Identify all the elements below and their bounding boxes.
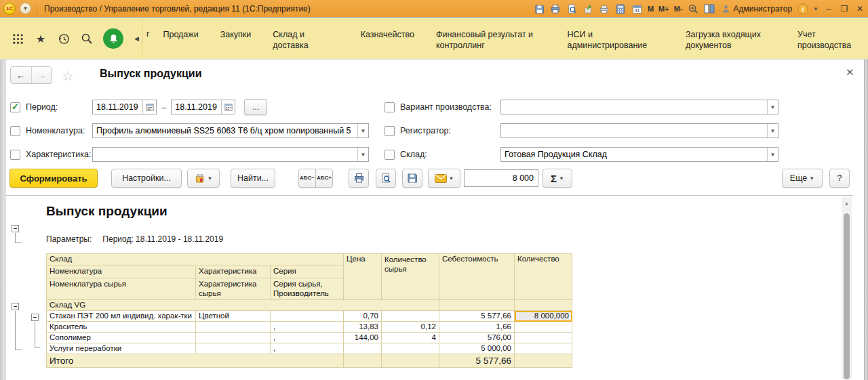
warehouse-checkbox[interactable] xyxy=(384,150,395,160)
cell-raw-qty-raw[interactable]: 0,12 xyxy=(382,322,439,333)
info-icon[interactable]: i xyxy=(797,3,808,15)
cell-product-qty-raw[interactable] xyxy=(382,311,439,322)
header-nomenclature[interactable]: Номенклатура xyxy=(47,266,196,278)
search-icon[interactable] xyxy=(80,32,94,45)
memory-minus-button[interactable]: M- xyxy=(674,5,683,13)
menu-item-nsi[interactable]: НСИ и администрирование xyxy=(567,29,664,59)
cell-product-price[interactable]: 0,70 xyxy=(344,311,382,322)
cell-raw-price[interactable] xyxy=(344,343,382,354)
calendar-icon[interactable] xyxy=(221,100,235,114)
cell-product-serie[interactable] xyxy=(271,311,344,322)
generate-button[interactable]: Сформировать xyxy=(9,169,98,188)
close-button[interactable]: ✕ xyxy=(854,4,865,14)
chevron-down-icon[interactable]: ▼ xyxy=(767,100,778,114)
cell-total-qty[interactable] xyxy=(515,354,572,368)
save-button[interactable] xyxy=(402,169,422,188)
cell-product-qty-selected[interactable]: 8 000,000 xyxy=(515,311,572,322)
cell-raw-char[interactable] xyxy=(196,322,271,333)
favorites-star-icon[interactable]: ★ xyxy=(34,32,47,45)
print-icon[interactable] xyxy=(550,3,561,15)
memory-plus-button[interactable]: M+ xyxy=(658,5,669,13)
menu-item-prodazhi[interactable]: Продажи xyxy=(163,29,198,59)
cell-raw-char[interactable] xyxy=(196,343,271,354)
print-preview-icon[interactable] xyxy=(566,3,578,15)
find-button[interactable]: Найти... xyxy=(231,169,275,188)
production-variant-combo[interactable]: ▼ xyxy=(500,100,778,114)
menu-item-kaznacheystvo[interactable]: Казначейство xyxy=(361,29,414,59)
cell-raw-cost[interactable]: 576,00 xyxy=(439,333,515,343)
cell-product-name[interactable]: Стакан ПЭТ 200 мл индивид. харак-тки xyxy=(47,311,196,322)
cell-raw-price[interactable]: 13,83 xyxy=(344,322,382,333)
export-icon[interactable] xyxy=(583,3,594,15)
production-variant-checkbox[interactable] xyxy=(384,102,395,112)
cell-raw-qty-raw[interactable] xyxy=(382,343,439,354)
back-button[interactable]: ← xyxy=(11,67,32,83)
collapse-panel-icon[interactable]: ◀ xyxy=(134,35,139,42)
info-dropdown-icon[interactable]: ▼ xyxy=(813,6,818,12)
cell-raw-price[interactable]: 144,00 xyxy=(344,333,382,343)
cell-raw-serie[interactable]: , xyxy=(271,343,344,354)
chevron-down-icon[interactable]: ▼ xyxy=(357,124,368,138)
autosum-button[interactable]: Σ ▼ xyxy=(542,169,572,188)
registrar-checkbox[interactable] xyxy=(384,126,395,136)
favorite-star-icon[interactable]: ☆ xyxy=(62,68,74,84)
cell-raw-cost[interactable]: 5 000,00 xyxy=(439,343,515,354)
cell-raw-serie[interactable]: , xyxy=(271,333,344,343)
cell-raw-qty[interactable] xyxy=(515,343,572,354)
group-expander-product[interactable] xyxy=(31,314,39,321)
memory-button[interactable]: M xyxy=(648,5,654,13)
collapse-groups-button[interactable]: АБС− xyxy=(298,169,316,188)
main-menu-icon[interactable]: ▼ xyxy=(20,3,31,14)
print-button[interactable] xyxy=(349,169,369,188)
scroll-up-icon[interactable]: ▲ xyxy=(842,198,852,208)
print-preview-button[interactable] xyxy=(376,169,396,188)
cell-raw-name[interactable]: Услуги переработки xyxy=(47,343,196,354)
group-expander-report[interactable] xyxy=(12,225,19,232)
nomenclature-combo[interactable]: Профиль алюминиевый SS25 6063 Т6 б/ц хро… xyxy=(92,123,369,138)
chevron-down-icon[interactable]: ▼ xyxy=(357,148,368,161)
forward-button[interactable]: → xyxy=(32,67,52,83)
header-nomenclature-raw[interactable]: Номенклатура сырья xyxy=(47,278,196,300)
current-user[interactable]: Администратор xyxy=(720,3,793,15)
period-checkbox[interactable] xyxy=(10,102,20,112)
header-qty[interactable]: Количество xyxy=(515,254,572,300)
characteristic-checkbox[interactable] xyxy=(10,150,20,160)
cell-raw-qty[interactable] xyxy=(515,322,572,333)
menu-item-zakupki[interactable]: Закупки xyxy=(220,29,252,59)
header-serie[interactable]: Серия xyxy=(271,266,344,278)
warehouse-combo[interactable]: Готовая Продукция Склад ▼ xyxy=(500,147,778,162)
registrar-combo[interactable]: ▼ xyxy=(500,123,778,138)
split-window-icon[interactable] xyxy=(704,3,715,15)
characteristic-combo[interactable]: ▼ xyxy=(92,147,369,162)
zoom-in-icon[interactable] xyxy=(688,3,699,15)
page-close-icon[interactable]: ✕ xyxy=(846,66,854,79)
header-characteristic-raw[interactable]: Характеристика сырья xyxy=(196,278,271,300)
more-button[interactable]: Еще ▼ xyxy=(782,169,823,188)
print-doc-icon[interactable] xyxy=(599,3,610,15)
save-icon[interactable] xyxy=(534,3,545,15)
cell-total-price[interactable] xyxy=(344,354,382,368)
send-email-button[interactable]: ▼ xyxy=(428,169,460,188)
cell-raw-name[interactable]: Краситель xyxy=(47,322,196,333)
autosum-field[interactable] xyxy=(464,169,538,187)
expand-groups-button[interactable]: АБС+ xyxy=(315,169,333,188)
cell-product-char[interactable]: Цветной xyxy=(196,311,271,322)
scrollbar-thumb[interactable] xyxy=(844,213,850,379)
menu-item-finrezultat[interactable]: Финансовый результат и контроллинг xyxy=(436,29,546,59)
header-sklad[interactable]: Склад xyxy=(47,254,344,266)
cell-total-cost[interactable]: 5 577,66 xyxy=(439,354,515,368)
period-to-input[interactable]: 18.11.2019 xyxy=(171,100,235,114)
header-cost[interactable]: Себестоимость xyxy=(439,254,515,300)
cell-product-cost[interactable]: 5 577,66 xyxy=(439,311,515,322)
clipped-menu-item[interactable]: г xyxy=(142,18,150,59)
nomenclature-checkbox[interactable] xyxy=(10,126,20,136)
menu-item-uchet-proizvodstva[interactable]: Учет производства xyxy=(797,29,868,59)
notifications-bell-icon[interactable] xyxy=(103,28,123,49)
cell-raw-qty-raw[interactable]: 4 xyxy=(382,333,439,343)
menu-item-sklad-dostavka[interactable]: Склад и доставка xyxy=(273,29,338,59)
header-characteristic[interactable]: Характеристика xyxy=(196,266,271,278)
chevron-down-icon[interactable]: ▼ xyxy=(767,124,778,138)
group-expander-warehouse[interactable] xyxy=(12,303,19,310)
cell-group-qty[interactable] xyxy=(515,300,572,311)
period-more-button[interactable]: ... xyxy=(244,99,267,115)
